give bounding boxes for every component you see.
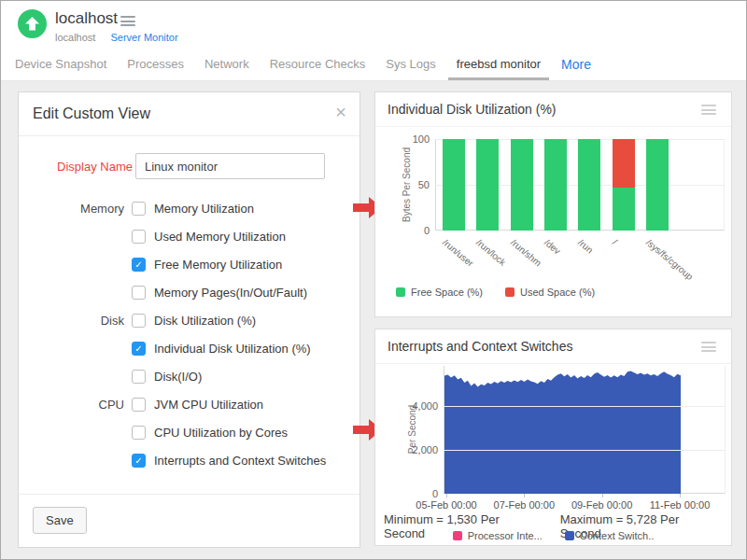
bar-free-space-run-shm[interactable]: [511, 139, 533, 231]
bar-free-space-sys-fs-cgroup[interactable]: [646, 139, 669, 231]
legend-swatch: [565, 531, 574, 540]
tab-network[interactable]: Network: [194, 49, 260, 80]
bar-free-space-run[interactable]: [578, 139, 600, 231]
option-label[interactable]: Free Memory Utilization: [154, 258, 282, 272]
card-header: Interrupts and Context Switches: [375, 329, 731, 364]
checkbox-individual-disk-utilization[interactable]: ✓: [132, 342, 146, 356]
x-category-label: /dev: [543, 237, 563, 257]
area-chart-plot: [444, 366, 726, 494]
checkbox-disk-i-o[interactable]: [132, 370, 146, 384]
tab-sys-logs[interactable]: Sys Logs: [375, 49, 445, 80]
bar-free-space-dev[interactable]: [544, 139, 567, 231]
bar-used-space-[interactable]: [613, 139, 635, 188]
header-menu-icon[interactable]: [120, 16, 135, 26]
save-button[interactable]: Save: [33, 507, 87, 534]
breadcrumb-server-monitor-link[interactable]: Server Monitor: [110, 32, 177, 43]
group-label-memory: Memory: [19, 202, 124, 216]
group-label-cpu: CPU: [19, 398, 124, 412]
tab-processes[interactable]: Processes: [117, 49, 194, 80]
bar-free-space-[interactable]: [613, 188, 635, 231]
breadcrumb-host: localhost: [55, 32, 95, 43]
option-label[interactable]: Memory Utilization: [154, 202, 254, 216]
legend-item-context-switch[interactable]: Context Switch..: [565, 530, 654, 541]
option-row-memory-utilization: MemoryMemory Utilization: [19, 194, 359, 222]
legend-label: Context Switch..: [580, 530, 654, 541]
dialog-title: Edit Custom View: [33, 105, 150, 122]
x-tick-mark: [524, 494, 525, 497]
disk-utilization-card: Individual Disk Utilization (%) Bytes Pe…: [374, 91, 732, 317]
option-row-disk-utilization: DiskDisk Utilization (%): [19, 306, 359, 334]
server-monitor-screen: localhost localhost Server Monitor Devic…: [0, 0, 747, 560]
option-row-memory-pages-in-out-fault: Memory Pages(In/Out/Fault): [19, 278, 359, 306]
checkbox-used-memory-utilization[interactable]: [132, 230, 146, 244]
x-tick-label: 11-Feb 00:00: [641, 499, 719, 511]
tab-device-snapshot[interactable]: Device Snapshot: [5, 49, 117, 80]
x-category-label: /: [611, 237, 619, 246]
x-tick-mark: [446, 494, 447, 497]
bar-free-space-run-user[interactable]: [443, 139, 465, 231]
checkbox-disk-utilization[interactable]: [132, 314, 146, 328]
x-category-label: /sys/fs/cgroup: [644, 237, 695, 282]
legend-item-processor-inte[interactable]: Processor Inte...: [453, 530, 543, 541]
y-tick-label: 50: [392, 179, 430, 190]
checkbox-memory-utilization[interactable]: [132, 202, 146, 216]
dialog-header: Edit Custom View ×: [19, 92, 359, 136]
tab-bar: Device SnapshotProcessesNetworkResource …: [1, 49, 746, 81]
legend-label: Processor Inte...: [468, 530, 543, 541]
option-row-used-memory-utilization: Used Memory Utilization: [19, 222, 359, 250]
option-label[interactable]: Disk(I/O): [154, 370, 202, 384]
tab-freebsd-monitor[interactable]: freebsd monitor: [446, 49, 551, 80]
dialog-footer: Save: [19, 494, 359, 548]
checkbox-cpu-utilization-by-cores[interactable]: [132, 426, 146, 440]
option-label[interactable]: Interrupts and Context Switches: [154, 454, 326, 468]
legend-label: Free Space (%): [411, 287, 483, 298]
x-category-label: /run/shm: [509, 237, 543, 268]
tab-resource-checks[interactable]: Resource Checks: [260, 49, 376, 80]
group-label-disk: Disk: [19, 314, 124, 328]
interrupts-card: Interrupts and Context Switches Per Seco…: [374, 329, 732, 546]
x-tick-label: 09-Feb 00:00: [563, 499, 641, 511]
y-tick-label: 2,000: [401, 444, 438, 455]
option-label[interactable]: Individual Disk Utilization (%): [154, 342, 311, 356]
x-category-label: /run/lock: [474, 237, 508, 268]
page-title: localhost: [55, 9, 118, 28]
gridline: [444, 450, 726, 451]
option-label[interactable]: Disk Utilization (%): [154, 314, 256, 328]
app-header: localhost localhost Server Monitor: [1, 1, 746, 49]
chart-title: Individual Disk Utilization (%): [388, 102, 557, 117]
checkbox-interrupts-and-context-switches[interactable]: ✓: [132, 454, 146, 468]
chart-title: Interrupts and Context Switches: [388, 339, 572, 354]
bar-free-space-run-lock[interactable]: [476, 139, 499, 231]
option-row-jvm-cpu-utilization: CPUJVM CPU Utilization: [19, 390, 359, 418]
chart-menu-icon[interactable]: [701, 342, 716, 352]
y-tick-label: 0: [392, 225, 430, 236]
metric-options-list: MemoryMemory UtilizationUsed Memory Util…: [19, 194, 359, 474]
x-category-label: /run/user: [441, 237, 475, 269]
option-label[interactable]: Memory Pages(In/Out/Fault): [154, 286, 307, 300]
option-label[interactable]: CPU Utilization by Cores: [154, 426, 288, 440]
option-row-free-memory-utilization: ✓Free Memory Utilization: [19, 250, 359, 278]
display-name-input[interactable]: [135, 153, 325, 179]
checkbox-jvm-cpu-utilization[interactable]: [132, 398, 146, 412]
option-row-interrupts-and-context-switches: ✓Interrupts and Context Switches: [19, 446, 359, 474]
edit-custom-view-dialog: Edit Custom View × Display Name MemoryMe…: [18, 91, 360, 548]
chart-legend: Free Space (%)Used Space (%): [396, 287, 595, 298]
monitor-status-up-icon: [18, 9, 47, 38]
option-label[interactable]: JVM CPU Utilization: [154, 398, 263, 412]
option-label[interactable]: Used Memory Utilization: [154, 230, 286, 244]
chart-legend: Processor Inte...Context Switch..: [375, 530, 731, 541]
close-icon[interactable]: ×: [335, 103, 346, 121]
x-tick-mark: [680, 494, 681, 497]
x-tick-mark: [602, 494, 603, 497]
tab-more[interactable]: More: [551, 49, 601, 80]
legend-item-used-space[interactable]: Used Space (%): [505, 287, 595, 298]
legend-item-free-space[interactable]: Free Space (%): [396, 287, 483, 298]
y-tick-label: 0: [401, 488, 438, 499]
checkbox-memory-pages-in-out-fault[interactable]: [132, 286, 146, 300]
breadcrumb: localhost Server Monitor: [55, 32, 178, 43]
context-switches-area: [444, 366, 681, 494]
x-tick-label: 07-Feb 00:00: [485, 499, 563, 511]
chart-menu-icon[interactable]: [701, 105, 716, 115]
option-row-disk-i-o: Disk(I/O): [19, 362, 359, 390]
checkbox-free-memory-utilization[interactable]: ✓: [132, 258, 146, 272]
